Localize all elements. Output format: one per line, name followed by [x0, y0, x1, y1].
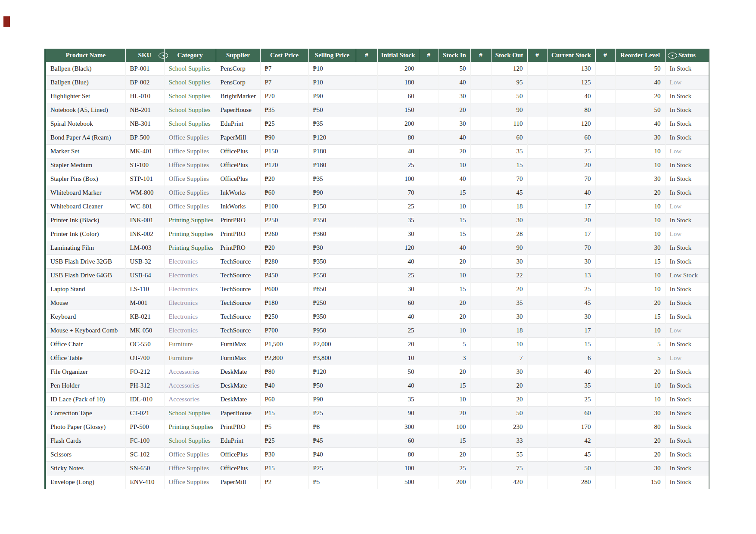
cell-stockin: 10: [439, 393, 470, 407]
hidden-columns-indicator-icon[interactable]: ▾: [159, 53, 168, 59]
cell-h1: [356, 90, 377, 103]
cell-reorder: 10: [615, 269, 665, 283]
cell-status: Low: [665, 227, 709, 241]
cell-sku: MK-050: [125, 324, 164, 338]
cell-h2: [419, 448, 439, 462]
cell-sku: INK-001: [125, 214, 164, 227]
cell-h2: [419, 62, 439, 76]
cell-reorder: 5: [615, 351, 665, 365]
cell-category: Office Supplies: [164, 158, 216, 172]
column-header-current: Current Stock: [547, 49, 595, 62]
cell-current: 40: [547, 90, 595, 103]
cell-initial: 80: [377, 131, 419, 145]
cell-initial: 100: [377, 172, 419, 186]
cell-h3: [470, 420, 491, 434]
cell-cost: ₱700: [260, 324, 308, 338]
cell-status: In Stock: [665, 172, 709, 186]
cell-selling: ₱90: [308, 186, 356, 200]
cell-h4: [527, 117, 547, 131]
cell-h4: [527, 365, 547, 379]
cell-initial: 180: [377, 76, 419, 90]
table-row: Bond Paper A4 (Ream)BP-500Office Supplie…: [46, 131, 709, 145]
column-header-product: Product Name: [46, 49, 125, 62]
cell-cost: ₱70: [260, 90, 308, 103]
cell-status: In Stock: [665, 379, 709, 393]
cell-h1: [356, 379, 377, 393]
cell-status: In Stock: [665, 420, 709, 434]
hidden-columns-indicator-icon[interactable]: ▾: [668, 53, 677, 59]
cell-h4: [527, 172, 547, 186]
table-row: KeyboardKB-021ElectronicsTechSource₱250₱…: [46, 310, 709, 324]
table-row: Whiteboard CleanerWC-801Office SuppliesI…: [46, 200, 709, 214]
cell-h3: [470, 475, 491, 489]
table-row: MouseM-001ElectronicsTechSource₱180₱2506…: [46, 296, 709, 310]
cell-h1: [356, 310, 377, 324]
cell-stockin: 20: [439, 407, 470, 420]
cell-sku: PP-500: [125, 420, 164, 434]
table-row: Pen HolderPH-312AccessoriesDeskMate₱40₱5…: [46, 379, 709, 393]
cell-cost: ₱20: [260, 241, 308, 255]
cell-sku: INK-002: [125, 227, 164, 241]
cell-h1: [356, 172, 377, 186]
cell-h1: [356, 269, 377, 283]
cell-stockin: 20: [439, 296, 470, 310]
table-body: Ballpen (Black)BP-001School SuppliesPens…: [46, 62, 709, 489]
cell-supplier: TechSource: [216, 296, 260, 310]
column-header-selling: Selling Price: [308, 49, 356, 62]
column-header-reorder: Reorder Level: [615, 49, 665, 62]
inventory-table: Product NameSKUCategorySupplierCost Pric…: [46, 49, 709, 489]
cell-supplier: TechSource: [216, 310, 260, 324]
cell-supplier: PensCorp: [216, 62, 260, 76]
table-row: Office ChairOC-550FurnitureFurniMax₱1,50…: [46, 338, 709, 351]
cell-status: In Stock: [665, 462, 709, 475]
cell-sku: BP-002: [125, 76, 164, 90]
cell-h3: [470, 62, 491, 76]
red-corner-mark: [3, 16, 10, 27]
cell-selling: ₱35: [308, 117, 356, 131]
cell-supplier: EduPrint: [216, 117, 260, 131]
cell-h5: [595, 351, 615, 365]
cell-selling: ₱5: [308, 475, 356, 489]
cell-current: 50: [547, 462, 595, 475]
cell-status: In Stock: [665, 90, 709, 103]
cell-h3: [470, 158, 491, 172]
cell-cost: ₱20: [260, 172, 308, 186]
table-row: USB Flash Drive 64GBUSB-64ElectronicsTec…: [46, 269, 709, 283]
cell-h3: [470, 214, 491, 227]
cell-reorder: 20: [615, 186, 665, 200]
cell-stockout: 50: [491, 407, 527, 420]
cell-initial: 200: [377, 62, 419, 76]
cell-current: 40: [547, 186, 595, 200]
cell-supplier: InkWorks: [216, 186, 260, 200]
cell-reorder: 40: [615, 117, 665, 131]
cell-selling: ₱35: [308, 172, 356, 186]
cell-status: In Stock: [665, 434, 709, 448]
cell-h1: [356, 448, 377, 462]
cell-supplier: FurniMax: [216, 351, 260, 365]
cell-supplier: TechSource: [216, 269, 260, 283]
cell-stockin: 10: [439, 200, 470, 214]
cell-current: 170: [547, 420, 595, 434]
cell-selling: ₱120: [308, 131, 356, 145]
cell-h3: [470, 338, 491, 351]
cell-h5: [595, 103, 615, 117]
cell-category: Furniture: [164, 338, 216, 351]
chevron-down-icon: ▾: [672, 53, 674, 57]
cell-h3: [470, 255, 491, 269]
table-row: Stapler Pins (Box)STP-101Office Supplies…: [46, 172, 709, 186]
cell-stockout: 75: [491, 462, 527, 475]
table-row: Printer Ink (Black)INK-001Printing Suppl…: [46, 214, 709, 227]
cell-supplier: PrintPRO: [216, 241, 260, 255]
cell-supplier: PaperHouse: [216, 103, 260, 117]
cell-reorder: 10: [615, 283, 665, 296]
cell-selling: ₱350: [308, 214, 356, 227]
cell-selling: ₱550: [308, 269, 356, 283]
cell-h3: [470, 462, 491, 475]
cell-supplier: PrintPRO: [216, 420, 260, 434]
table-row: ID Lace (Pack of 10)IDL-010AccessoriesDe…: [46, 393, 709, 407]
cell-status: Low: [665, 76, 709, 90]
cell-h5: [595, 420, 615, 434]
cell-cost: ₱35: [260, 103, 308, 117]
cell-product: Printer Ink (Color): [46, 227, 125, 241]
cell-status: Low: [665, 200, 709, 214]
